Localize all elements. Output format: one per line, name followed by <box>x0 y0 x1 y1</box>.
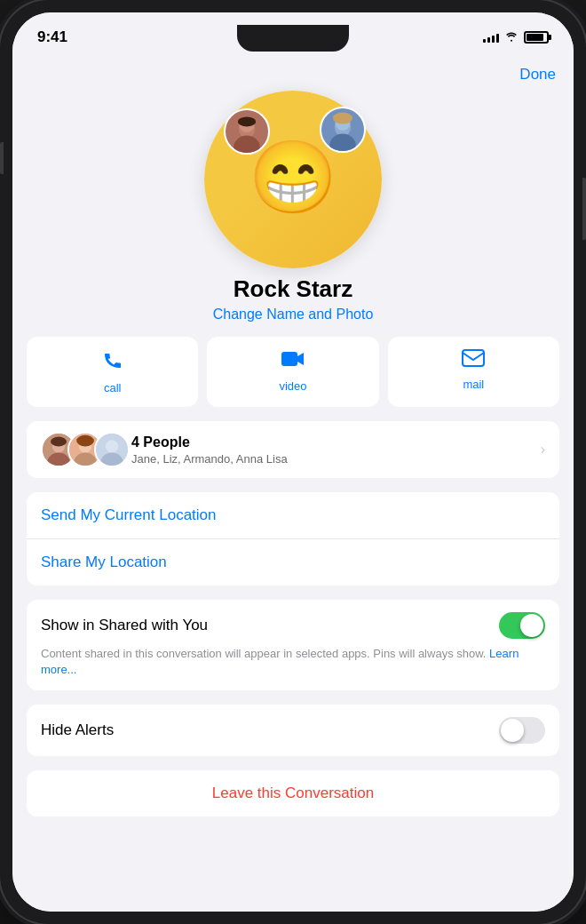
video-button[interactable]: video <box>207 337 378 407</box>
svg-point-9 <box>333 113 352 124</box>
svg-point-4 <box>238 116 256 126</box>
power-button <box>582 178 586 240</box>
shared-with-you-card: Show in Shared with You Content shared i… <box>27 600 559 690</box>
status-icons <box>483 31 549 44</box>
hide-alerts-toggle[interactable] <box>499 717 545 744</box>
call-button[interactable]: call <box>27 337 198 407</box>
share-location-row[interactable]: Share My Location <box>27 539 559 585</box>
toggle-thumb <box>520 614 543 637</box>
mail-icon <box>462 349 485 372</box>
group-info: 😁 Rock Starz Change Name and Photo <box>27 91 559 323</box>
group-emoji: 😁 <box>249 136 337 219</box>
signal-bar-4 <box>496 34 499 43</box>
svg-rect-10 <box>281 352 297 366</box>
shared-with-you-label: Show in Shared with You <box>41 617 208 634</box>
shared-with-you-row: Show in Shared with You <box>41 612 545 639</box>
notch <box>237 25 349 52</box>
person-avatar-3 <box>94 432 130 467</box>
signal-bar-1 <box>483 39 486 43</box>
header-row: Done <box>27 55 559 91</box>
volume-button <box>0 142 4 174</box>
phone-icon <box>102 349 123 376</box>
chevron-right-icon: › <box>541 442 545 458</box>
shared-with-you-toggle[interactable] <box>499 612 545 639</box>
phone-frame: 9:41 <box>0 0 586 924</box>
send-location-label: Send My Current Location <box>41 506 217 523</box>
phone-screen: 9:41 <box>12 12 574 912</box>
svg-point-19 <box>76 435 94 447</box>
leave-conversation-label: Leave this Conversation <box>41 785 545 802</box>
hide-alerts-thumb <box>501 719 524 742</box>
send-location-row[interactable]: Send My Current Location <box>27 492 559 539</box>
video-icon <box>281 349 305 374</box>
signal-bar-2 <box>487 37 490 43</box>
people-info: 4 People Jane, Liz, Armando, Anna Lisa <box>131 434 541 466</box>
content-area: Done <box>12 55 574 912</box>
actions-row: call video <box>27 337 559 407</box>
video-label: video <box>279 379 306 393</box>
svg-point-15 <box>51 437 67 447</box>
status-time: 9:41 <box>37 28 67 46</box>
people-names: Jane, Liz, Armando, Anna Lisa <box>131 452 541 466</box>
battery-fill <box>527 34 543 41</box>
wifi-icon <box>504 31 519 44</box>
people-avatars <box>41 432 121 467</box>
group-name: Rock Starz <box>234 275 352 303</box>
hide-alerts-row: Hide Alerts <box>41 717 545 744</box>
signal-bar-3 <box>492 36 495 43</box>
people-card: 4 People Jane, Liz, Armando, Anna Lisa › <box>27 421 559 478</box>
call-label: call <box>104 381 122 394</box>
share-location-label: Share My Location <box>41 554 167 570</box>
svg-point-21 <box>106 440 118 452</box>
leave-conversation-card[interactable]: Leave this Conversation <box>27 770 559 816</box>
change-name-link[interactable]: Change Name and Photo <box>213 307 374 323</box>
done-button[interactable]: Done <box>519 66 556 84</box>
people-count: 4 People <box>131 434 541 450</box>
hide-alerts-label: Hide Alerts <box>41 721 114 739</box>
group-avatar-circle: 😁 <box>204 91 382 268</box>
mail-label: mail <box>463 378 484 391</box>
battery-icon <box>524 31 549 44</box>
people-row[interactable]: 4 People Jane, Liz, Armando, Anna Lisa › <box>27 421 559 478</box>
svg-rect-11 <box>463 350 484 366</box>
hide-alerts-card: Hide Alerts <box>27 705 559 756</box>
shared-with-you-description: Content shared in this conversation will… <box>41 646 545 678</box>
location-card: Send My Current Location Share My Locati… <box>27 492 559 585</box>
signal-bars <box>483 32 499 43</box>
mail-button[interactable]: mail <box>388 337 559 407</box>
